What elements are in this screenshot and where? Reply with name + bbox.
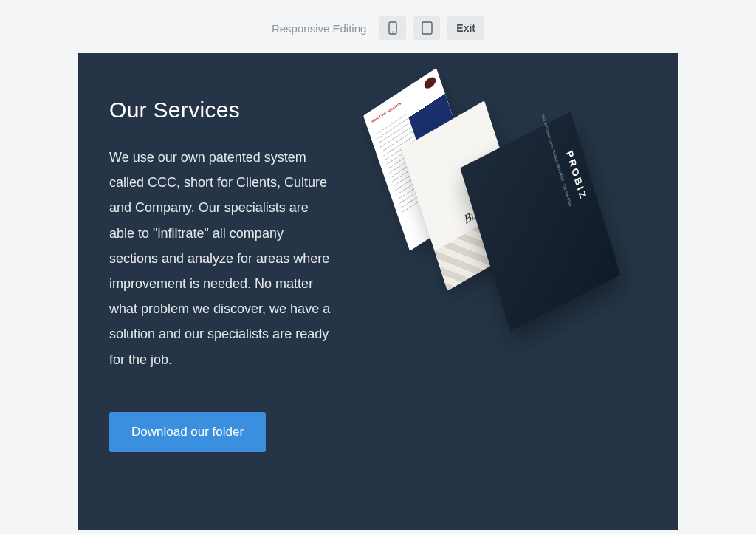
tablet-view-button[interactable] bbox=[413, 16, 440, 40]
svg-point-3 bbox=[426, 32, 427, 33]
text-column: Our Services We use our own patented sys… bbox=[109, 97, 331, 452]
brochure-mockup: About our solutions Bus PROBIZ 363 W Coo… bbox=[346, 90, 656, 297]
brochure-hat-shape bbox=[423, 75, 437, 90]
panel-row: Our Services We use our own patented sys… bbox=[78, 53, 678, 452]
responsive-editing-toolbar: Responsive Editing Exit bbox=[0, 0, 756, 53]
section-heading: Our Services bbox=[109, 97, 331, 123]
cta-label: Download our folder bbox=[131, 425, 244, 439]
exit-button[interactable]: Exit bbox=[447, 16, 484, 40]
svg-point-1 bbox=[392, 32, 394, 33]
image-column: About our solutions Bus PROBIZ 363 W Coo… bbox=[331, 97, 647, 452]
tablet-icon bbox=[422, 21, 433, 35]
mobile-icon bbox=[388, 21, 397, 35]
exit-button-label: Exit bbox=[456, 22, 475, 34]
toolbar-label: Responsive Editing bbox=[272, 22, 366, 35]
content-panel: Our Services We use our own patented sys… bbox=[78, 53, 678, 530]
download-folder-button[interactable]: Download our folder bbox=[109, 412, 266, 452]
section-body: We use our own patented system called CC… bbox=[109, 145, 331, 372]
cta-row: Download our folder bbox=[109, 412, 331, 452]
mobile-view-button[interactable] bbox=[379, 16, 406, 40]
